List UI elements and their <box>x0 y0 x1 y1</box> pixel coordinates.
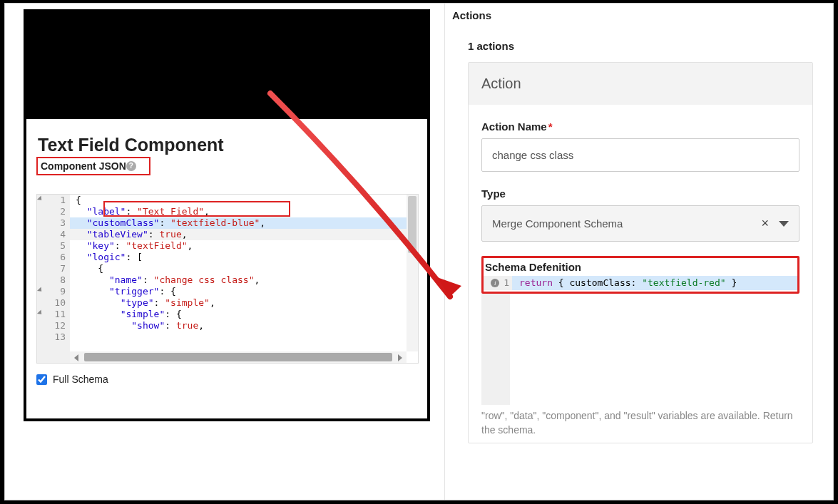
schema-hint: "row", "data", "component", and "result"… <box>481 409 799 437</box>
schema-editor-blank[interactable] <box>481 294 799 405</box>
type-label: Type <box>481 187 799 200</box>
required-asterisk: * <box>548 120 553 133</box>
json-editor[interactable]: 1 23456 78 9 10 11 1213 { "label": "Text… <box>36 194 419 364</box>
schema-definition-label: Schema Defenition <box>484 258 797 276</box>
fold-icon[interactable] <box>37 287 44 293</box>
right-panel: Actions 1 actions Action Action Name* Ty… <box>444 4 833 500</box>
help-icon[interactable]: ? <box>126 161 136 171</box>
full-schema-checkbox[interactable] <box>36 374 47 385</box>
editor-gutter: 1 23456 78 9 10 11 1213 <box>37 195 70 363</box>
app-window: Text Field Component Component JSON ? 1 … <box>4 3 834 500</box>
action-name-label: Action Name* <box>481 120 799 133</box>
actions-header: Actions <box>449 8 817 24</box>
fold-icon[interactable] <box>37 309 44 316</box>
page-title: Text Field Component <box>38 135 416 155</box>
schema-editor[interactable]: i 1 return { customClass: "textfield-red… <box>484 276 797 290</box>
action-card-title: Action <box>469 63 812 105</box>
customclass-highlight <box>103 201 290 217</box>
json-label-highlight: Component JSON ? <box>36 157 150 175</box>
full-schema-checkbox-row[interactable]: Full Schema <box>36 374 417 385</box>
chevron-down-icon[interactable] <box>779 221 789 227</box>
fold-icon[interactable] <box>37 195 44 202</box>
actions-count: 1 actions <box>449 24 817 62</box>
left-content: Text Field Component Component JSON ? 1 … <box>26 119 427 418</box>
clear-icon[interactable]: × <box>761 216 769 231</box>
editor-vertical-scrollbar[interactable] <box>407 195 418 351</box>
component-json-label: Component JSON <box>41 160 126 172</box>
action-card: Action Action Name* Type Merge Component… <box>468 62 813 443</box>
type-select-value: Merge Component Schema <box>492 217 623 230</box>
action-card-body: Action Name* Type Merge Component Schema… <box>469 105 812 443</box>
schema-definition-highlight: Schema Defenition i 1 return { customCla… <box>481 256 799 294</box>
editor-horizontal-scrollbar[interactable] <box>70 351 407 363</box>
action-name-input[interactable] <box>481 138 799 172</box>
left-panel: Text Field Component Component JSON ? 1 … <box>24 9 430 421</box>
info-icon[interactable]: i <box>491 279 499 287</box>
schema-editor-code[interactable]: return { customClass: "textfield-red" } <box>512 276 797 290</box>
editor-code[interactable]: { "label": "Text Field", "customClass": … <box>70 195 407 351</box>
full-schema-label: Full Schema <box>53 374 108 385</box>
schema-editor-gutter: i 1 <box>484 276 512 290</box>
type-select[interactable]: Merge Component Schema × <box>481 205 799 242</box>
